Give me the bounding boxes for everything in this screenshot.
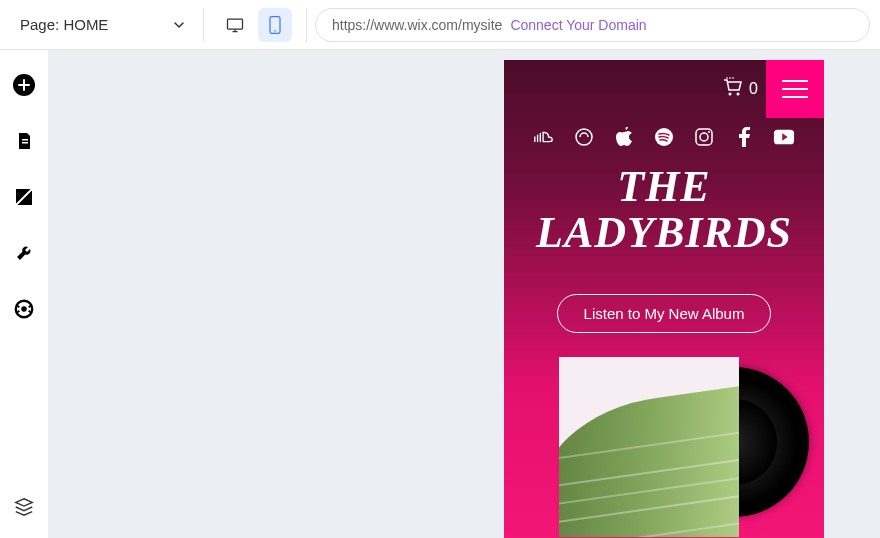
main-area: 0 THE LADYBIRDS Listen to My New Album [0, 50, 880, 538]
svg-point-11 [576, 129, 592, 145]
page-label-prefix: Page: [20, 16, 63, 33]
left-tool-rail [0, 50, 48, 538]
cart-button[interactable]: 0 [721, 77, 758, 101]
hero-title: THE LADYBIRDS [504, 158, 824, 276]
svg-point-14 [700, 133, 708, 141]
svg-point-15 [708, 131, 710, 133]
add-button[interactable] [11, 72, 37, 98]
mobile-preview: 0 THE LADYBIRDS Listen to My New Album [504, 60, 824, 538]
svg-rect-4 [22, 139, 28, 141]
album-art [559, 357, 769, 538]
mobile-view-button[interactable] [258, 8, 292, 42]
title-line-1: THE [514, 164, 814, 210]
album-cover [559, 357, 739, 537]
cart-count: 0 [749, 80, 758, 98]
desktop-view-button[interactable] [218, 8, 252, 42]
svg-point-9 [729, 93, 732, 96]
menu-button[interactable] [766, 60, 824, 118]
page-name: HOME [63, 16, 108, 33]
preview-header: 0 [504, 60, 824, 118]
svg-rect-0 [228, 19, 243, 29]
url-bar[interactable]: https://www.wix.com/mysite Connect Your … [315, 8, 870, 42]
viewport-toggle [212, 8, 298, 42]
separator [203, 8, 204, 42]
facebook-icon[interactable] [733, 126, 755, 148]
cart-icon [721, 77, 745, 101]
listen-cta-button[interactable]: Listen to My New Album [557, 294, 772, 333]
apple-icon[interactable] [613, 126, 635, 148]
svg-point-10 [737, 93, 740, 96]
svg-point-2 [274, 30, 276, 32]
svg-point-8 [21, 306, 27, 312]
page-selector[interactable]: Page: HOME [10, 8, 195, 42]
url-text: https://www.wix.com/mysite [332, 17, 502, 33]
separator [306, 8, 307, 42]
chevron-down-icon [173, 19, 185, 31]
layers-button[interactable] [11, 494, 37, 520]
share-icon[interactable] [573, 126, 595, 148]
leaf-image [559, 380, 739, 537]
settings-button[interactable] [11, 296, 37, 322]
instagram-icon[interactable] [693, 126, 715, 148]
tools-button[interactable] [11, 240, 37, 266]
social-row [504, 118, 824, 158]
spotify-icon[interactable] [653, 126, 675, 148]
top-toolbar: Page: HOME https://www.wix.com/mysite Co… [0, 0, 880, 50]
canvas[interactable]: 0 THE LADYBIRDS Listen to My New Album [48, 50, 880, 538]
title-line-2: LADYBIRDS [514, 210, 814, 256]
connect-domain-link[interactable]: Connect Your Domain [510, 17, 646, 33]
svg-rect-5 [22, 142, 28, 144]
pages-button[interactable] [11, 128, 37, 154]
design-button[interactable] [11, 184, 37, 210]
soundcloud-icon[interactable] [533, 126, 555, 148]
youtube-icon[interactable] [773, 126, 795, 148]
